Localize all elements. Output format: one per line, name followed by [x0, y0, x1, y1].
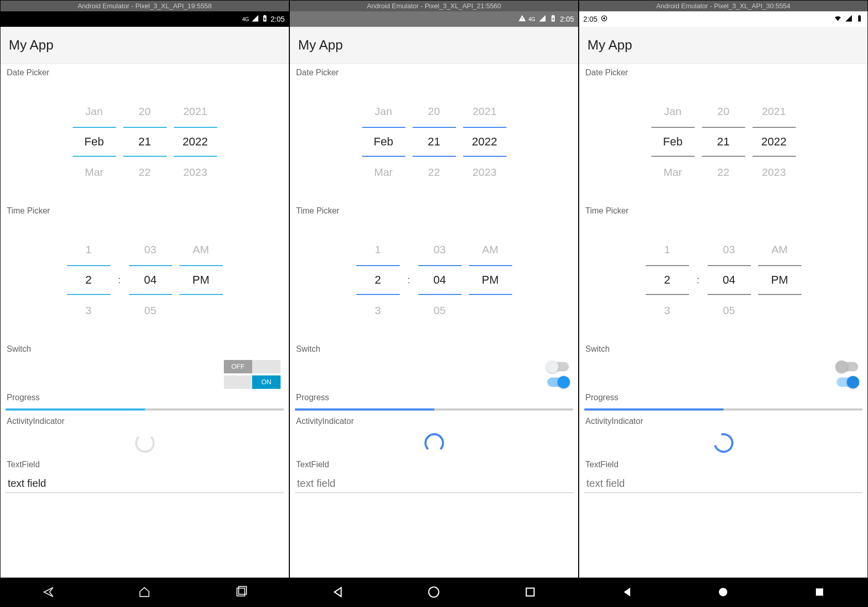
switch-on[interactable]: [547, 378, 569, 387]
screen-content: Date Picker Jan Feb Mar 20 21 22 2021 20…: [579, 64, 867, 578]
emulator-api21: Android Emulator - Pixel_3_XL_API_21:556…: [289, 0, 579, 607]
year-spinner[interactable]: 2021 2022 2023: [752, 96, 796, 188]
network-label: 4G: [242, 17, 249, 22]
battery-charging-icon: [261, 14, 269, 24]
svg-rect-7: [859, 15, 860, 15]
switch-container: [584, 358, 862, 389]
emulator-api19: Android Emulator - Pixel_3_XL_API_19:555…: [0, 0, 289, 607]
switch-container: OFF ON: [6, 358, 284, 389]
minute-spinner[interactable]: 03 04 05: [418, 234, 462, 326]
day-spinner[interactable]: 20 21 22: [702, 96, 745, 188]
switch-off[interactable]: OFF: [224, 360, 281, 373]
progress-label: Progress: [295, 389, 573, 406]
textfield-label: TextField: [295, 456, 573, 473]
dnd-icon: [600, 14, 608, 24]
time-picker[interactable]: 1 2 3 : 03 04 05 AM PM: [584, 220, 862, 340]
clock: 2:05: [583, 15, 597, 23]
switch-off[interactable]: [837, 362, 858, 371]
back-button[interactable]: [41, 584, 56, 600]
progress-bar: [295, 408, 573, 411]
month-spinner[interactable]: Jan Feb Mar: [73, 96, 116, 188]
home-button[interactable]: [137, 584, 152, 600]
time-colon: :: [118, 234, 122, 326]
battery-charging-icon: [549, 14, 557, 24]
ampm-spinner[interactable]: AM PM: [179, 234, 223, 326]
date-picker[interactable]: Jan Feb Mar 20 21 22 2021 2022 2023: [6, 81, 284, 202]
signal-icon: [251, 14, 259, 24]
switch-on[interactable]: [837, 378, 858, 387]
switch-container: [295, 358, 573, 389]
time-picker-label: Time Picker: [295, 202, 573, 220]
app-title: My App: [9, 37, 281, 53]
svg-rect-0: [237, 588, 244, 596]
recents-button[interactable]: [812, 584, 827, 600]
app-title: My App: [298, 37, 570, 53]
recents-button[interactable]: [522, 584, 538, 600]
textfield-label: TextField: [584, 456, 862, 473]
year-spinner[interactable]: 2021 2022 2023: [174, 96, 217, 188]
screen-content: Date Picker Jan Feb Mar 20 21 22 2021 20…: [290, 64, 578, 578]
activity-indicator: [584, 430, 862, 456]
date-picker-label: Date Picker: [295, 64, 573, 81]
date-picker[interactable]: Jan Feb Mar 20 21 22 2021 2022 2023: [295, 81, 573, 202]
text-input[interactable]: [584, 473, 862, 493]
time-picker[interactable]: 1 2 3 : 03 04 05 AM PM: [6, 220, 284, 340]
minute-spinner[interactable]: 03 04 05: [708, 234, 751, 326]
back-button[interactable]: [330, 584, 346, 600]
svg-point-8: [719, 588, 727, 596]
svg-rect-9: [816, 589, 823, 596]
progress-label: Progress: [6, 389, 284, 406]
svg-point-2: [429, 587, 439, 597]
home-button[interactable]: [426, 584, 441, 600]
switch-label: Switch: [6, 340, 284, 358]
switch-on[interactable]: ON: [224, 375, 281, 389]
warning-icon: [518, 14, 526, 24]
emulator-title: Android Emulator - Pixel_3_XL_API_21:556…: [290, 1, 578, 11]
system-nav-bar: [290, 578, 578, 606]
switch-label: Switch: [295, 340, 573, 358]
date-picker[interactable]: Jan Feb Mar 20 21 22 2021 2022 2023: [584, 81, 862, 202]
home-button[interactable]: [715, 584, 731, 600]
recents-button[interactable]: [233, 584, 249, 600]
month-spinner[interactable]: Jan Feb Mar: [362, 96, 405, 188]
day-spinner[interactable]: 20 21 22: [123, 96, 167, 188]
status-bar: 4G 2:05: [290, 11, 578, 27]
signal-icon: [538, 14, 546, 24]
app-bar: My App: [290, 27, 578, 64]
date-picker-label: Date Picker: [6, 64, 284, 81]
svg-rect-6: [858, 16, 861, 22]
text-input[interactable]: [295, 473, 573, 493]
hour-spinner[interactable]: 1 2 3: [646, 234, 689, 326]
app-title: My App: [587, 37, 859, 53]
time-picker-label: Time Picker: [6, 202, 284, 220]
text-input[interactable]: [6, 473, 284, 493]
ampm-spinner[interactable]: AM PM: [469, 234, 512, 326]
activity-indicator: [295, 430, 573, 456]
network-label: 4G: [528, 17, 535, 22]
time-picker[interactable]: 1 2 3 : 03 04 05 AM PM: [295, 220, 573, 340]
month-spinner[interactable]: Jan Feb Mar: [651, 96, 695, 188]
year-spinner[interactable]: 2021 2022 2023: [463, 96, 506, 188]
date-picker-label: Date Picker: [584, 64, 862, 81]
minute-spinner[interactable]: 03 04 05: [129, 234, 172, 326]
spinner-icon: [710, 430, 737, 456]
app-bar: My App: [1, 27, 289, 64]
wifi-icon: [834, 14, 842, 24]
clock: 2:05: [560, 15, 574, 23]
activity-indicator: [6, 430, 284, 456]
status-bar: 2:05: [579, 11, 867, 27]
signal-icon: [845, 14, 853, 24]
hour-spinner[interactable]: 1 2 3: [356, 234, 400, 326]
ampm-spinner[interactable]: AM PM: [758, 234, 801, 326]
back-button[interactable]: [619, 584, 635, 600]
emulator-title: Android Emulator - Pixel_3_XL_API_19:555…: [1, 1, 289, 11]
switch-off[interactable]: [547, 362, 569, 371]
time-picker-label: Time Picker: [584, 202, 862, 220]
time-colon: :: [407, 234, 411, 326]
day-spinner[interactable]: 20 21 22: [413, 96, 456, 188]
hour-spinner[interactable]: 1 2 3: [67, 234, 110, 326]
textfield-label: TextField: [6, 456, 284, 473]
switch-label: Switch: [584, 340, 862, 358]
svg-rect-3: [526, 588, 534, 596]
status-bar: 4G 2:05: [1, 11, 289, 27]
